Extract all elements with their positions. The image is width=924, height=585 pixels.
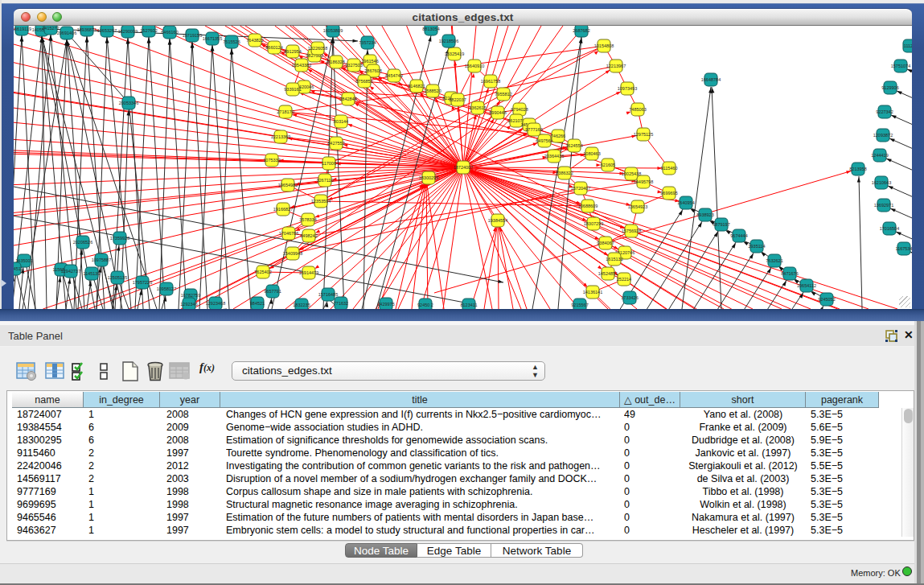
svg-text:1640954: 1640954 xyxy=(677,200,694,205)
svg-text:1145139: 1145139 xyxy=(83,271,100,276)
svg-text:8471676: 8471676 xyxy=(781,271,798,276)
svg-text:6794028: 6794028 xyxy=(511,107,528,112)
svg-text:1733426: 1733426 xyxy=(621,295,638,300)
svg-text:1244419: 1244419 xyxy=(871,153,888,158)
svg-text:1832235: 1832235 xyxy=(293,303,310,307)
svg-text:8660124: 8660124 xyxy=(265,45,282,50)
svg-text:17359928: 17359928 xyxy=(110,236,129,241)
svg-text:9245052: 9245052 xyxy=(818,297,835,302)
svg-text:1527602: 1527602 xyxy=(140,28,157,33)
svg-text:6466160: 6466160 xyxy=(161,30,178,35)
svg-text:8938923: 8938923 xyxy=(696,212,713,217)
svg-text:2718170: 2718170 xyxy=(277,109,294,114)
svg-text:6879197: 6879197 xyxy=(713,222,729,227)
svg-text:984521: 984521 xyxy=(250,301,265,306)
svg-text:1292346: 1292346 xyxy=(180,302,197,307)
svg-text:16648784: 16648784 xyxy=(701,77,721,82)
svg-text:8213958: 8213958 xyxy=(849,167,866,171)
svg-text:16619119: 16619119 xyxy=(14,27,31,31)
svg-text:2842848: 2842848 xyxy=(339,97,356,101)
svg-text:12213369: 12213369 xyxy=(271,134,290,139)
svg-text:92450 2: 92450 2 xyxy=(417,303,433,307)
svg-text:621605: 621605 xyxy=(601,163,615,167)
svg-text:11123: 11123 xyxy=(904,43,912,48)
svg-text:7357234: 7357234 xyxy=(359,40,376,45)
svg-text:9699695: 9699695 xyxy=(660,191,677,196)
svg-text:15716485: 15716485 xyxy=(318,292,338,297)
svg-text:9227342: 9227342 xyxy=(876,109,893,114)
svg-text:9674444: 9674444 xyxy=(730,233,747,238)
svg-text:10719155: 10719155 xyxy=(183,33,202,38)
svg-text:14524851: 14524851 xyxy=(598,271,618,276)
svg-text:7386322: 7386322 xyxy=(556,171,573,175)
svg-text:8427552: 8427552 xyxy=(327,141,344,146)
svg-text:19384554: 19384554 xyxy=(488,218,507,223)
svg-text:1615132: 1615132 xyxy=(606,257,622,262)
svg-text:2935114: 2935114 xyxy=(748,244,765,249)
svg-text:18724007: 18724007 xyxy=(454,165,473,170)
svg-text:19166827: 19166827 xyxy=(273,207,293,212)
svg-text:1080463: 1080463 xyxy=(583,151,600,156)
svg-text:18936871: 18936871 xyxy=(77,27,97,32)
svg-text:16914479: 16914479 xyxy=(299,270,318,275)
svg-text:6756851: 6756851 xyxy=(355,79,372,84)
svg-text:9146821: 9146821 xyxy=(408,84,425,89)
svg-text:8822037: 8822037 xyxy=(449,97,466,102)
svg-text:12505135: 12505135 xyxy=(108,275,127,280)
svg-text:746266: 746266 xyxy=(551,134,565,138)
svg-text:5498242: 5498242 xyxy=(300,233,317,238)
svg-text:6497568: 6497568 xyxy=(536,138,552,143)
svg-text:9657791: 9657791 xyxy=(264,289,281,294)
svg-text:9327503: 9327503 xyxy=(345,63,362,68)
svg-text:7643822: 7643822 xyxy=(246,38,263,43)
svg-text:7625402: 7625402 xyxy=(254,270,271,274)
svg-text:10543382: 10543382 xyxy=(292,63,311,68)
svg-text:1075332: 1075332 xyxy=(263,158,280,163)
svg-text:17016504: 17016504 xyxy=(880,226,899,231)
svg-text:7515526: 7515526 xyxy=(223,39,240,44)
svg-text:9115460: 9115460 xyxy=(660,166,677,171)
svg-text:18300295: 18300295 xyxy=(419,175,438,180)
svg-text:12923468: 12923468 xyxy=(206,301,225,306)
svg-text:12353594: 12353594 xyxy=(311,199,331,204)
svg-text:17046786: 17046786 xyxy=(279,231,298,236)
svg-text:8813054: 8813054 xyxy=(422,27,439,31)
svg-text:17957225: 17957225 xyxy=(133,280,152,285)
svg-text:16782759: 16782759 xyxy=(181,293,200,298)
svg-text:803144: 803144 xyxy=(334,119,348,124)
svg-text:10154808: 10154808 xyxy=(594,43,614,48)
svg-text:1167534: 1167534 xyxy=(895,246,912,251)
svg-text:252214: 252214 xyxy=(617,277,631,282)
svg-text:10654112: 10654112 xyxy=(797,283,816,288)
svg-text:9777169: 9777169 xyxy=(525,127,542,132)
svg-text:771632: 771632 xyxy=(334,301,348,306)
svg-text:12942737: 12942737 xyxy=(61,269,80,274)
svg-text:13692971: 13692971 xyxy=(874,203,893,208)
svg-text:2867608: 2867608 xyxy=(364,68,381,73)
svg-text:15756928: 15756928 xyxy=(622,229,641,233)
svg-text:14136141: 14136141 xyxy=(583,290,602,295)
svg-text:15290009: 15290009 xyxy=(118,29,138,34)
svg-text:10688609: 10688609 xyxy=(578,204,598,208)
svg-text:9384067: 9384067 xyxy=(597,241,614,245)
svg-text:1362615: 1362615 xyxy=(469,105,486,110)
svg-text:13226058: 13226058 xyxy=(308,46,327,51)
svg-text:19654982: 19654982 xyxy=(278,183,298,187)
svg-text:15720407: 15720407 xyxy=(571,186,590,191)
svg-text:14495798: 14495798 xyxy=(634,179,653,184)
svg-text:117006: 117006 xyxy=(322,161,336,166)
svg-text:20691406: 20691406 xyxy=(57,31,76,35)
svg-text:10025438: 10025438 xyxy=(622,171,641,176)
svg-text:10958127: 10958127 xyxy=(157,286,176,291)
svg-text:15640910: 15640910 xyxy=(465,64,484,68)
svg-text:8186328: 8186328 xyxy=(327,60,344,64)
svg-text:20053346: 20053346 xyxy=(119,101,138,105)
svg-text:9129906: 9129906 xyxy=(881,85,898,90)
svg-text:8454749: 8454749 xyxy=(385,73,402,78)
svg-text:15409948: 15409948 xyxy=(283,251,302,256)
svg-text:10975887: 10975887 xyxy=(92,257,111,262)
svg-text:16671355: 16671355 xyxy=(203,36,222,41)
svg-text:3578334: 3578334 xyxy=(299,217,316,222)
svg-text:15751074: 15751074 xyxy=(891,64,910,68)
svg-text:1961546: 1961546 xyxy=(361,59,378,64)
